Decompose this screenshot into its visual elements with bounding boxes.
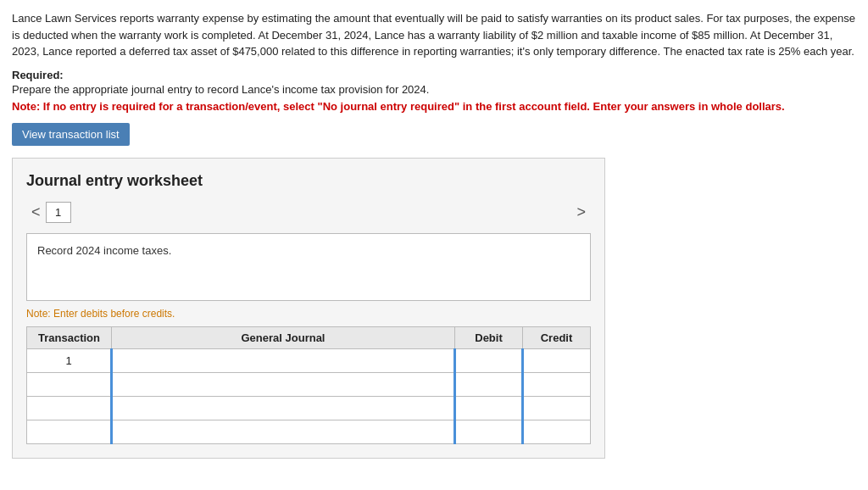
debit-input[interactable]: [461, 378, 516, 391]
debit-cell[interactable]: [455, 396, 523, 420]
transaction-cell: [27, 420, 112, 443]
col-header-general-journal: General Journal: [112, 326, 455, 348]
transaction-cell: 1: [27, 348, 112, 372]
general-journal-cell[interactable]: [112, 420, 455, 443]
prev-page-button[interactable]: <: [26, 204, 46, 220]
page-number: 1: [46, 202, 71, 223]
credit-cell[interactable]: [523, 396, 591, 420]
credit-cell[interactable]: [523, 372, 591, 396]
transaction-cell: [27, 372, 112, 396]
credit-input[interactable]: [529, 426, 585, 438]
journal-entry-worksheet: Journal entry worksheet < 1 > Record 202…: [12, 158, 605, 459]
col-header-transaction: Transaction: [27, 326, 112, 348]
credit-input[interactable]: [529, 354, 585, 367]
next-page-button[interactable]: >: [571, 204, 591, 220]
required-description: Prepare the appropriate journal entry to…: [12, 83, 856, 96]
worksheet-nav: < 1 >: [26, 202, 591, 223]
debit-credit-note: Note: Enter debits before credits.: [26, 308, 591, 320]
table-row: [27, 396, 591, 420]
debit-input[interactable]: [461, 402, 516, 415]
debit-input[interactable]: [461, 426, 516, 438]
debit-input[interactable]: [461, 354, 516, 367]
credit-cell[interactable]: [523, 348, 591, 372]
table-row: [27, 372, 591, 396]
table-row: [27, 420, 591, 443]
general-journal-input[interactable]: [116, 402, 448, 415]
debit-cell[interactable]: [455, 420, 523, 443]
debit-cell[interactable]: [455, 348, 523, 372]
general-journal-cell[interactable]: [112, 348, 455, 372]
credit-cell[interactable]: [523, 420, 591, 443]
journal-table: Transaction General Journal Debit Credit…: [26, 326, 591, 444]
required-note: Note: If no entry is required for a tran…: [12, 99, 856, 114]
required-label: Required:: [12, 69, 856, 81]
intro-paragraph: Lance Lawn Services reports warranty exp…: [12, 10, 856, 60]
general-journal-input[interactable]: [116, 354, 448, 367]
transaction-cell: [27, 396, 112, 420]
table-row: 1: [27, 348, 591, 372]
debit-cell[interactable]: [455, 372, 523, 396]
entry-description: Record 2024 income taxes.: [26, 233, 591, 301]
general-journal-input[interactable]: [116, 378, 448, 391]
credit-input[interactable]: [529, 402, 585, 415]
general-journal-cell[interactable]: [112, 372, 455, 396]
worksheet-title: Journal entry worksheet: [26, 172, 591, 190]
credit-input[interactable]: [529, 378, 585, 391]
col-header-debit: Debit: [455, 326, 523, 348]
view-transaction-list-button[interactable]: View transaction list: [12, 123, 130, 146]
general-journal-cell[interactable]: [112, 396, 455, 420]
general-journal-input[interactable]: [116, 426, 448, 438]
col-header-credit: Credit: [523, 326, 591, 348]
